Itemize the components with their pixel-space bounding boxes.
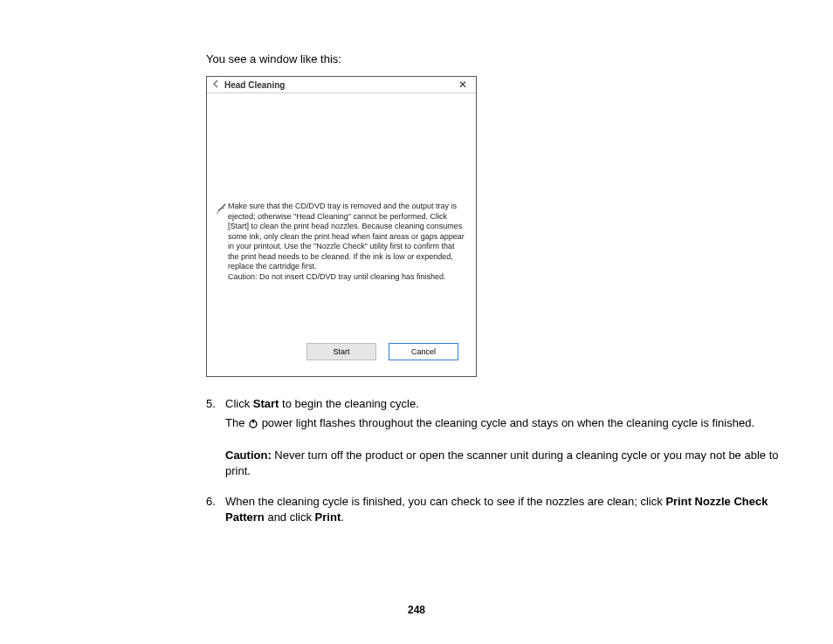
step-6: 6. When the cleaning cycle is finished, … [206, 494, 781, 524]
head-cleaning-dialog: Head Cleaning ✕ Make sure that the CD/DV… [206, 76, 477, 377]
step-5-line1: Click Start to begin the cleaning cycle. [225, 396, 781, 412]
step-6-text: When the cleaning cycle is finished, you… [225, 494, 781, 524]
intro-text: You see a window like this: [185, 52, 781, 65]
step-5-caution: Caution: Never turn off the product or o… [225, 448, 781, 478]
start-button[interactable]: Start [306, 343, 376, 360]
dialog-body: Make sure that the CD/DVD tray is remove… [207, 92, 476, 376]
step-6-number: 6. [206, 494, 225, 524]
step-5: 5. Click Start to begin the cleaning cyc… [206, 396, 781, 478]
dialog-titlebar: Head Cleaning ✕ [207, 77, 476, 92]
dialog-title: Head Cleaning [224, 80, 455, 90]
step-5-number: 5. [206, 396, 225, 478]
back-icon [212, 79, 221, 90]
dialog-message: Make sure that the CD/DVD tray is remove… [228, 202, 467, 282]
page-number: 248 [0, 604, 833, 616]
cancel-button[interactable]: Cancel [389, 343, 458, 360]
step-5-line2: The power light flashes throughout the c… [225, 415, 781, 433]
close-icon[interactable]: ✕ [455, 79, 471, 91]
power-icon [248, 417, 258, 433]
nozzle-icon [216, 202, 228, 217]
